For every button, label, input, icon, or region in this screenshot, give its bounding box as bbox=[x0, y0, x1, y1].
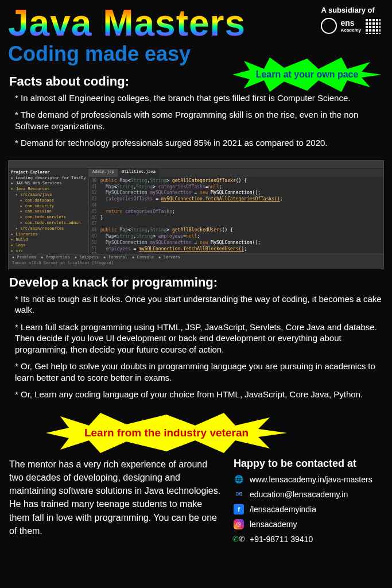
fact-bullet: * The demand of professionals with some … bbox=[9, 109, 383, 131]
panel-tab: ▪ Terminal bbox=[103, 255, 127, 260]
explorer-item: ▸ com.security bbox=[11, 204, 86, 210]
contact-text: +91-98711 39410 bbox=[250, 535, 313, 544]
editor-tabs: Admin.jspUtilities.java bbox=[89, 169, 383, 177]
green-starburst: Learn at your own pace bbox=[232, 57, 382, 92]
lens-brand: ens Academy bbox=[340, 19, 361, 33]
ide-screenshot: Project Explorer ▸ Loading descriptor fo… bbox=[8, 160, 384, 269]
editor-tab: Utilities.java bbox=[118, 169, 159, 177]
yellow-burst-text: Learn from the industry veteran bbox=[84, 427, 249, 439]
editor-tab: Admin.jsp bbox=[89, 169, 118, 177]
explorer-item: ▸ build bbox=[11, 237, 86, 243]
explorer-item: ▸ com.database bbox=[11, 198, 86, 204]
green-burst-text: Learn at your own pace bbox=[256, 69, 359, 80]
explorer-item: ▸ com.todo.servlets bbox=[11, 215, 86, 220]
develop-bullet: * Its not as tough as it looks. Once you… bbox=[9, 293, 383, 316]
panel-tab: ▪ Properties bbox=[41, 255, 70, 260]
phone-icon: ✆ ✆ bbox=[234, 534, 244, 544]
explorer-item: ▸ src/main/java bbox=[11, 192, 86, 198]
panel-tab: ▪ Problems bbox=[12, 255, 36, 260]
mentor-text: The mentor has a very rich experience of… bbox=[9, 458, 223, 549]
fb-icon: f bbox=[234, 504, 244, 514]
develop-heading: Develop a knack for programming: bbox=[9, 275, 383, 290]
mail-icon: ✉ bbox=[234, 489, 244, 500]
panel-tab: ▪ Servers bbox=[158, 255, 180, 260]
explorer-item: ▸ com.todo.servlets.admin bbox=[11, 220, 86, 226]
contact-text: www.lensacademy.in/java-masters bbox=[250, 475, 372, 484]
contact-row: ✉education@lensacademy.in bbox=[234, 489, 383, 500]
explorer-item: ▸ com.session bbox=[11, 209, 86, 215]
develop-section: Develop a knack for programming: * Its n… bbox=[0, 272, 392, 409]
fact-bullet: * In almost all Engineering colleges, th… bbox=[9, 92, 383, 104]
qr-code-icon bbox=[364, 18, 381, 34]
contact-row: f/lensacademyindia bbox=[234, 504, 383, 514]
contact-text: /lensacademyindia bbox=[250, 505, 316, 514]
explorer-item: ▸ src bbox=[11, 249, 86, 254]
contact-heading: Happy to be contacted at bbox=[234, 458, 383, 470]
subsidiary-block: A subsidiary of ens Academy bbox=[321, 6, 381, 34]
explorer-item: ▸ Loading descriptor for TestDynaWebProj… bbox=[11, 176, 86, 181]
explorer-item: ▸ logs bbox=[11, 243, 86, 249]
fact-bullet: * Demand for technology professionals su… bbox=[9, 137, 383, 149]
contact-row: 🌐www.lensacademy.in/java-masters bbox=[234, 474, 383, 485]
explorer-item: ▸ Libraries bbox=[11, 232, 86, 238]
project-explorer: Project Explorer ▸ Loading descriptor fo… bbox=[9, 169, 89, 254]
explorer-item: ▸ JAX-WS Web Services bbox=[11, 181, 86, 187]
explorer-item: ▸ Java Resources bbox=[11, 187, 86, 192]
lens-logo-icon bbox=[321, 18, 337, 34]
ig-icon: ◎ bbox=[234, 519, 244, 529]
panel-tab: ▪ Console bbox=[132, 255, 154, 260]
panel-tab: ▪ Snippets bbox=[75, 255, 99, 260]
contact-text: lensacademy bbox=[250, 520, 297, 529]
contact-block: Happy to be contacted at 🌐www.lensacadem… bbox=[234, 458, 383, 549]
globe-icon: 🌐 bbox=[234, 474, 244, 485]
contact-text: education@lensacademy.in bbox=[250, 490, 348, 499]
yellow-starburst: Learn from the industry veteran bbox=[46, 413, 287, 453]
contact-row: ✆ ✆+91-98711 39410 bbox=[234, 534, 383, 544]
subsidiary-label: A subsidiary of bbox=[321, 6, 381, 14]
develop-bullet: * Or, Get help to solve your doubts in p… bbox=[9, 361, 383, 383]
develop-bullet: * Or, Learn any coding language of your … bbox=[9, 389, 383, 400]
develop-bullet: * Learn full stack programming using HTM… bbox=[9, 322, 383, 355]
server-status: Tomcat v10.0 Server at localhost [Stoppe… bbox=[9, 260, 383, 266]
code-content: public Map<String,String> getAllCategori… bbox=[100, 178, 283, 254]
explorer-item: ▸ src/main/resources bbox=[11, 226, 86, 232]
contact-row: ◎lensacademy bbox=[234, 519, 383, 529]
